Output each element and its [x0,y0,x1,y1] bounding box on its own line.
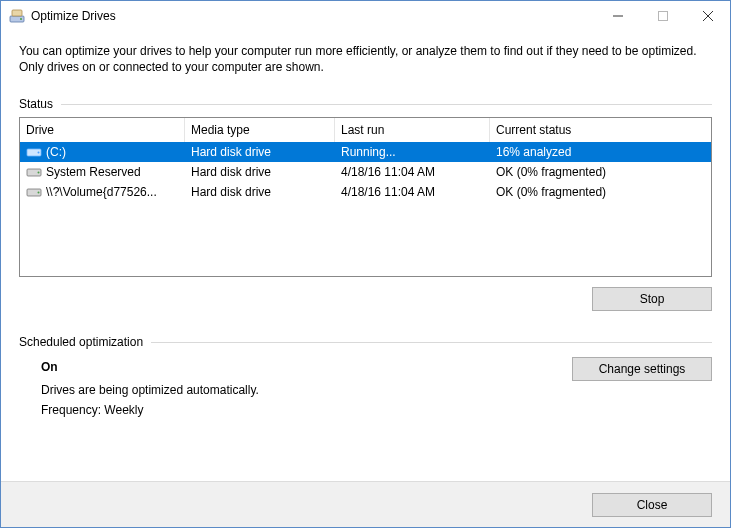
status-cell: OK (0% fragmented) [490,185,711,199]
media-cell: Hard disk drive [185,165,335,179]
sched-text: On Drives are being optimized automatica… [19,357,572,420]
optimize-drives-window: Optimize Drives You can optimize your dr… [0,0,731,528]
footer: Close [1,481,730,527]
app-icon [9,8,25,24]
drive-name: (C:) [46,145,66,159]
svg-point-8 [38,152,40,154]
drive-icon [26,185,42,199]
svg-point-2 [20,18,22,20]
media-cell: Hard disk drive [185,185,335,199]
stop-button[interactable]: Stop [592,287,712,311]
minimize-button[interactable] [595,1,640,31]
status-section-header: Status [19,97,712,111]
sched-desc: Drives are being optimized automatically… [41,380,572,400]
close-dialog-button[interactable]: Close [592,493,712,517]
intro-text: You can optimize your drives to help you… [19,43,712,75]
status-cell: 16% analyzed [490,145,711,159]
lastrun-cell: 4/18/16 11:04 AM [335,165,490,179]
divider [61,104,712,105]
action-row: Stop [19,287,712,311]
window-title: Optimize Drives [31,9,595,23]
drive-list[interactable]: Drive Media type Last run Current status… [19,117,712,277]
media-cell: Hard disk drive [185,145,335,159]
drive-cell: \\?\Volume{d77526... [20,185,185,199]
drive-cell: (C:) [20,145,185,159]
divider [151,342,712,343]
status-label: Status [19,97,53,111]
lastrun-cell: Running... [335,145,490,159]
table-row[interactable]: System ReservedHard disk drive4/18/16 11… [20,162,711,182]
maximize-button[interactable] [640,1,685,31]
sched-body: On Drives are being optimized automatica… [19,357,712,420]
drive-name: \\?\Volume{d77526... [46,185,157,199]
sched-on: On [41,357,572,377]
sched-freq: Frequency: Weekly [41,400,572,420]
drive-name: System Reserved [46,165,141,179]
drive-icon [26,165,42,179]
drive-cell: System Reserved [20,165,185,179]
table-row[interactable]: (C:)Hard disk driveRunning...16% analyze… [20,142,711,162]
col-media[interactable]: Media type [185,118,335,142]
content-area: You can optimize your drives to help you… [1,31,730,481]
svg-rect-4 [658,12,667,21]
sched-section-header: Scheduled optimization [19,335,712,349]
svg-point-10 [38,172,40,174]
sched-label: Scheduled optimization [19,335,143,349]
status-cell: OK (0% fragmented) [490,165,711,179]
svg-point-12 [38,192,40,194]
close-button[interactable] [685,1,730,31]
table-row[interactable]: \\?\Volume{d77526...Hard disk drive4/18/… [20,182,711,202]
change-settings-button[interactable]: Change settings [572,357,712,381]
window-controls [595,1,730,31]
col-drive[interactable]: Drive [20,118,185,142]
scheduled-section: Scheduled optimization On Drives are bei… [19,335,712,420]
lastrun-cell: 4/18/16 11:04 AM [335,185,490,199]
col-last[interactable]: Last run [335,118,490,142]
svg-rect-1 [12,10,22,16]
drive-icon [26,145,42,159]
table-header: Drive Media type Last run Current status [20,118,711,142]
titlebar: Optimize Drives [1,1,730,31]
col-status[interactable]: Current status [490,118,711,142]
